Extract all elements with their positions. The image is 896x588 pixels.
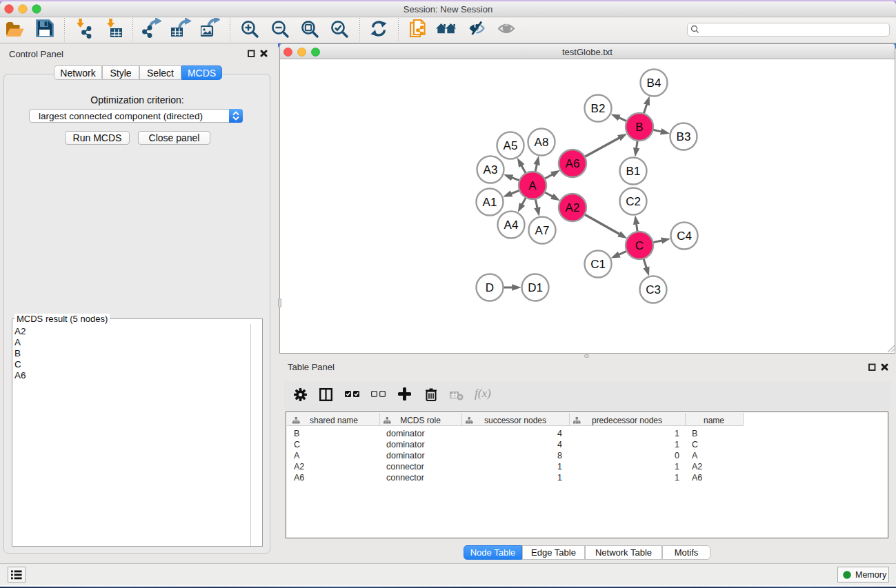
svg-text:C4: C4 (677, 230, 692, 243)
svg-text:B2: B2 (591, 102, 606, 115)
svg-text:A7: A7 (535, 224, 550, 237)
svg-text:A4: A4 (504, 219, 519, 232)
svg-text:A3: A3 (484, 163, 498, 176)
svg-text:C3: C3 (646, 283, 661, 296)
svg-text:C2: C2 (626, 195, 641, 208)
svg-text:B1: B1 (626, 165, 641, 178)
svg-text:D: D (486, 281, 494, 294)
svg-text:B: B (635, 121, 643, 134)
svg-text:C1: C1 (590, 258, 606, 271)
svg-text:A: A (528, 179, 537, 192)
svg-text:B4: B4 (647, 77, 661, 90)
svg-text:A5: A5 (504, 139, 518, 152)
svg-text:A1: A1 (483, 196, 497, 209)
svg-text:B3: B3 (677, 130, 691, 143)
svg-text:C: C (635, 239, 644, 252)
svg-text:D1: D1 (528, 281, 543, 294)
svg-text:A6: A6 (566, 157, 580, 170)
svg-text:A2: A2 (566, 201, 580, 214)
svg-text:A8: A8 (535, 136, 549, 149)
